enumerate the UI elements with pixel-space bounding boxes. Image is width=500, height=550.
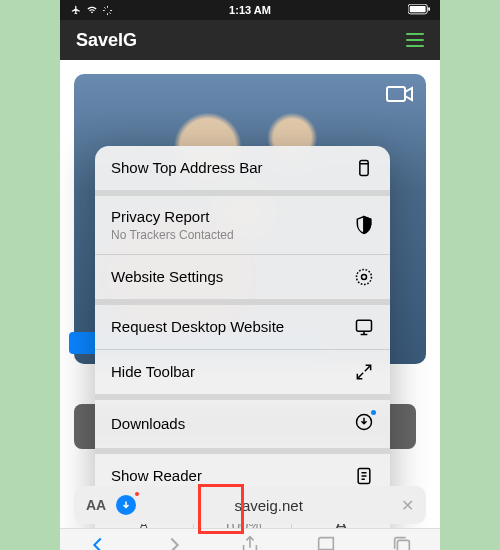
menu-label: Privacy Report [111, 208, 234, 226]
svg-point-6 [357, 270, 372, 285]
menu-label: Hide Toolbar [111, 363, 195, 381]
svg-rect-8 [357, 320, 372, 331]
menu-hide-toolbar[interactable]: Hide Toolbar [95, 350, 390, 394]
forward-button[interactable] [163, 534, 185, 551]
menu-sublabel: No Trackers Contacted [111, 228, 234, 242]
address-bar-icon [354, 158, 374, 178]
url-domain: saveig.net [146, 497, 391, 514]
back-button[interactable] [87, 534, 109, 551]
status-right [408, 4, 430, 17]
reader-icon [354, 466, 374, 486]
menu-downloads[interactable]: Downloads [95, 400, 390, 448]
menu-label: Show Top Address Bar [111, 159, 262, 177]
tabs-button[interactable] [391, 534, 413, 551]
app-title: SaveIG [76, 30, 137, 51]
desktop-icon [354, 317, 374, 337]
menu-label: Downloads [111, 415, 185, 433]
download-indicator-icon[interactable] [116, 495, 136, 515]
expand-icon [354, 362, 374, 382]
svg-rect-4 [360, 161, 368, 176]
svg-point-7 [362, 275, 367, 280]
svg-rect-3 [387, 87, 405, 101]
download-icon [354, 412, 374, 432]
menu-label: Request Desktop Website [111, 318, 284, 336]
gear-icon [354, 267, 374, 287]
menu-label: Website Settings [111, 268, 223, 286]
url-bar[interactable]: AA saveig.net ✕ [74, 486, 426, 524]
svg-rect-1 [410, 5, 426, 11]
close-icon[interactable]: ✕ [401, 496, 414, 515]
svg-rect-16 [397, 540, 409, 550]
status-left [70, 5, 113, 16]
menu-label: Show Reader [111, 467, 202, 485]
menu-icon[interactable] [406, 33, 424, 47]
menu-request-desktop[interactable]: Request Desktop Website [95, 305, 390, 350]
browser-toolbar [60, 528, 440, 550]
menu-website-settings[interactable]: Website Settings [95, 255, 390, 299]
app-header: SaveIG [60, 20, 440, 60]
menu-show-top-address-bar[interactable]: Show Top Address Bar [95, 146, 390, 190]
svg-rect-2 [428, 7, 430, 11]
share-button[interactable] [239, 534, 261, 551]
bookmarks-button[interactable] [315, 534, 337, 551]
phone-frame: 1:13 AM SaveIG Show Top Address Bar [60, 0, 440, 550]
video-icon [386, 84, 414, 104]
status-time: 1:13 AM [229, 4, 271, 16]
status-bar: 1:13 AM [60, 0, 440, 20]
aa-button[interactable]: AA [86, 497, 106, 513]
shield-icon [354, 215, 374, 235]
page-settings-menu: Show Top Address Bar Privacy Report No T… [95, 146, 390, 544]
menu-privacy-report[interactable]: Privacy Report No Trackers Contacted [95, 196, 390, 255]
